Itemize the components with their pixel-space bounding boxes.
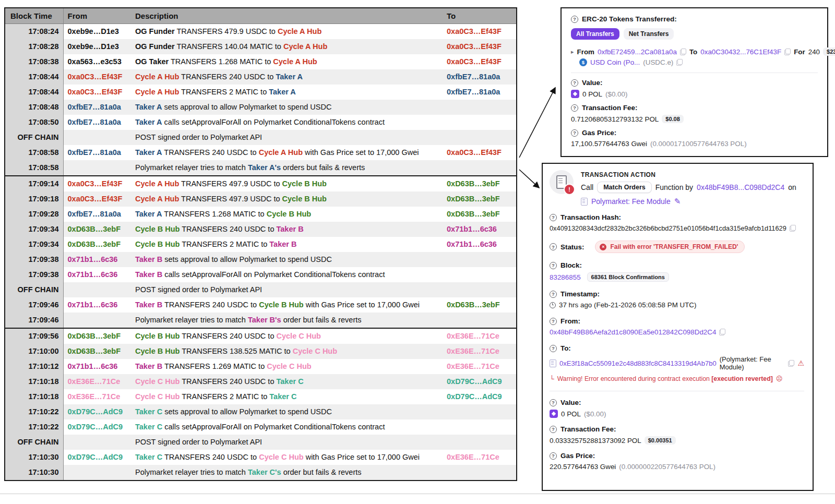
block-confirmations-badge: 68361 Block Confirmations [587, 272, 669, 282]
copy-icon[interactable] [784, 49, 791, 55]
function-by-label: Function by [655, 183, 693, 191]
from-address-cell: 0xD63B…3ebF [63, 328, 131, 344]
desc-segment: TRANSFERS 2 MATIC to [179, 88, 269, 96]
table-row: 17:09:340xD63B…3ebFCycle B Hub TRANSFERS… [5, 237, 517, 252]
fee-amount: 0.033325752881373092 POL [550, 437, 641, 445]
table-row: 17:08:58Polymarket relayer tries to matc… [5, 160, 517, 176]
description-cell: Taker B TRANSFERS 240 USDC to Cycle B Hu… [131, 297, 443, 313]
address-text: 0xfbE7…81a0a [447, 73, 500, 81]
desc-segment: Taker B [135, 255, 162, 263]
table-row: 17:09:380x71b1…6c36Taker B sets approval… [5, 252, 517, 267]
description-cell: Cycle B Hub TRANSFERS 2 MATIC to Taker B [131, 237, 443, 252]
description-cell: Taker A TRANSFERS 1.268 MATIC to Cycle B… [131, 207, 443, 222]
transfer-to-address-link[interactable]: 0xa0C30432...76C1Ef43F [700, 48, 781, 56]
desc-segment: Taker C [269, 392, 296, 401]
copy-icon[interactable] [790, 225, 796, 232]
status-text: Fail with error 'TRANSFER_FROM_FAILED' [610, 243, 738, 250]
to-address-cell: 0xa0C3…Ef43F [443, 24, 517, 40]
pencil-icon[interactable]: ✎ [674, 197, 681, 206]
desc-segment: sets approval to allow Polymarket to spe… [162, 255, 332, 263]
desc-segment: OG Funder [135, 27, 175, 35]
address-text: 0xE36E…71Ce [68, 392, 121, 401]
actor-address-link[interactable]: 0x48bF49B8...C098Dd2C4 [697, 183, 784, 191]
description-cell: Taker A sets approval to allow Polymarke… [131, 100, 443, 115]
gas-price-label: Gas Price: [582, 129, 616, 137]
call-label: Call [581, 183, 593, 191]
address-text: 0xfbE7…81a0a [68, 148, 121, 157]
from-address-link[interactable]: 0x48bF49B86Aefa2d1c8090Ea5e012842C098Dd2… [550, 328, 716, 336]
copy-icon[interactable] [719, 329, 725, 335]
to-address-link[interactable]: 0xE3f18aCc55091e2c48d883fc8C8413319d4Ab7… [559, 359, 717, 367]
fee-label: Transaction Fee: [582, 104, 637, 112]
caret-icon[interactable]: ▸ [571, 49, 574, 55]
transfer-usd-badge: $239.97 [823, 47, 835, 56]
token-name-link[interactable]: USD Coin (Po... [590, 58, 640, 66]
copy-icon[interactable] [788, 360, 794, 367]
status-row: ? Status: × Fail with error 'TRANSFER_FR… [550, 241, 804, 253]
token-name-row: $ USD Coin (Po... (USDC.e) [579, 58, 818, 66]
block-time-cell: 17:08:28 [5, 39, 63, 54]
block-time-cell: OFF CHAIN [5, 282, 63, 297]
description-cell: Taker C sets approval to allow Polymarke… [131, 404, 443, 419]
desc-segment: Cycle B Hub [259, 301, 303, 309]
desc-segment: Cycle B Hub [135, 332, 180, 340]
from-address-cell: 0xfbE7…81a0a [63, 207, 131, 222]
contract-link[interactable]: Polymarket: Fee Module [591, 197, 671, 206]
block-time-cell: 17:10:18 [5, 374, 63, 389]
tab-all-transfers[interactable]: All Transfers [571, 28, 619, 40]
value-label: Value: [582, 79, 602, 87]
warning-triangle-icon: ⚠ [797, 359, 804, 367]
desc-segment: Cycle B Hub [282, 179, 327, 188]
to-address-cell: 0xE36E…71Ce [443, 450, 517, 465]
description-cell: POST signed order to Polymarket API [131, 130, 443, 145]
token-transfer-row: ▸ From 0xfbE72459...2Ca081a0a To 0xa0C30… [571, 47, 818, 56]
help-icon: ? [550, 243, 557, 250]
description-cell: Cycle B Hub TRANSFERS 240 USDC to Cycle … [131, 328, 443, 344]
tx-hash-value: 0x40913208343dcf2832b2bc326b6bcbd2751e01… [550, 224, 786, 232]
to-address-cell: 0xfbE7…81a0a [443, 69, 517, 85]
to-address-cell: 0xE36E…71Ce [443, 344, 517, 359]
description-cell: Cycle A Hub TRANSFERS 497.9 USDC to Cycl… [131, 191, 443, 207]
method-badge[interactable]: Match Orders [597, 182, 652, 193]
desc-segment: POST signed order to Polymarket API [135, 285, 262, 294]
desc-segment: Polymarket relayer tries to match [135, 163, 248, 172]
from-label: From: [560, 317, 580, 325]
from-address-cell: 0xa0C3…Ef43F [63, 176, 131, 191]
description-cell: Cycle C Hub TRANSFERS 240 USDC to Taker … [131, 374, 443, 389]
from-label: From [577, 48, 594, 56]
address-text: 0xD79C…AdC9 [68, 453, 123, 461]
address-text: 0xa0C3…Ef43F [68, 88, 123, 96]
desc-segment: Polymarket relayer tries to match [135, 316, 248, 324]
block-time-cell: 17:09:34 [5, 237, 63, 252]
tab-net-transfers[interactable]: Net Transfers [624, 28, 674, 40]
address-text: 0x71b1…6c36 [68, 362, 118, 370]
address-text: 0x71b1…6c36 [68, 270, 118, 279]
fee-usd-badge: $0.08 [662, 115, 684, 123]
to-address-cell: 0x71b1…6c36 [443, 237, 517, 252]
copy-icon[interactable] [676, 59, 683, 66]
transfer-from-address-link[interactable]: 0xfbE72459...2Ca081a0a [598, 48, 677, 56]
desc-segment: TRANSFERS 2 MATIC to [180, 392, 269, 401]
table-row: 17:08:500xfbE7…81a0aTaker A calls setApp… [5, 115, 517, 130]
block-time-cell: OFF CHAIN [5, 130, 63, 145]
desc-segment: TRANSFERS 240 USDC to [162, 148, 259, 157]
address-text: 0xeb9e…D1e3 [68, 27, 119, 35]
value-usd: ($0.00) [605, 90, 627, 98]
to-address-cell [443, 130, 517, 145]
desc-segment: Cycle C Hub [267, 362, 311, 370]
from-address-cell: 0xeb9e…D1e3 [63, 39, 131, 54]
description-cell: OG Taker TRANSFERS 1.268 MATIC to Cycle … [131, 54, 443, 69]
block-number-link[interactable]: 83286855 [550, 273, 581, 281]
erc20-panel-title: ERC-20 Tokens Transferred: [582, 15, 677, 23]
transfer-timeline-table: Block Time From Description To 17:08:240… [4, 7, 516, 481]
description-cell: Cycle B Hub TRANSFERS 138.525 MATIC to C… [131, 344, 443, 359]
to-address-cell: 0xa0C3…Ef43F [443, 145, 517, 160]
timestamp-row: 37 hrs ago (Feb-21-2026 05:08:58 PM UTC) [550, 301, 804, 309]
value-label-row: ? Value: [571, 79, 818, 87]
desc-segment: Cycle A Hub [273, 57, 317, 66]
contract-doc-icon [581, 198, 588, 206]
address-text: 0xD79C…AdC9 [68, 407, 123, 416]
to-address-cell [443, 267, 517, 282]
copy-icon[interactable] [680, 49, 686, 55]
window-bottom-border [0, 494, 835, 494]
